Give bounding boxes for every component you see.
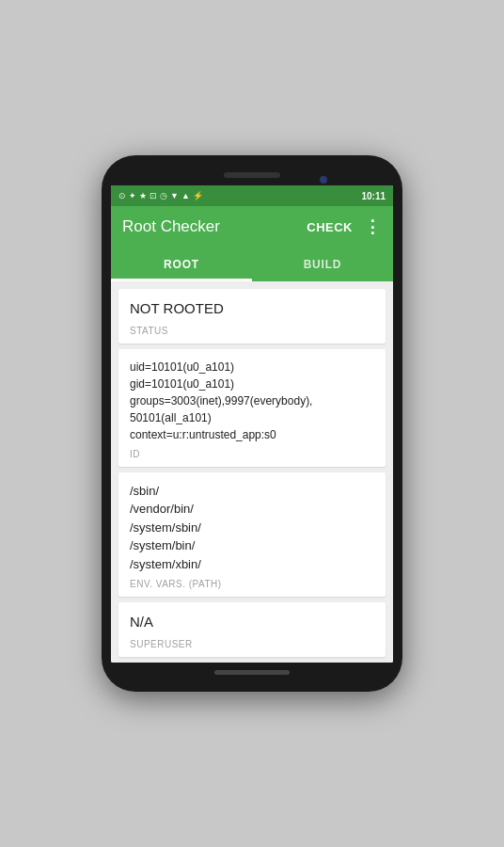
app-bar: Root Checker CHECK ⋮ [111, 206, 393, 248]
id-value: uid=10101(u0_a101) gid=10101(u0_a101) gr… [130, 359, 374, 443]
tab-root[interactable]: ROOT [111, 248, 252, 281]
wifi-icon: ▼ [170, 191, 179, 200]
phone-speaker [224, 172, 280, 178]
location-icon: ⊙ [118, 191, 126, 200]
status-value: NOT ROOTED [130, 298, 374, 320]
phone-camera [320, 176, 327, 184]
alarm-icon: ◷ [160, 191, 167, 200]
star-icon: ★ [139, 191, 147, 200]
phone-frame: ⊙ ✦ ★ ⊡ ◷ ▼ ▲ ⚡ 10:11 Root Checker CHECK… [102, 155, 402, 692]
check-button[interactable]: CHECK [307, 220, 353, 234]
env-vars-card: /sbin/ /vendor/bin/ /system/sbin/ /syste… [118, 472, 386, 598]
status-bar: ⊙ ✦ ★ ⊡ ◷ ▼ ▲ ⚡ 10:11 [111, 185, 393, 206]
tab-build-label: BUILD [304, 258, 342, 271]
env-vars-value: /sbin/ /vendor/bin/ /system/sbin/ /syste… [130, 482, 374, 574]
id-label: ID [130, 449, 374, 459]
home-bar [214, 670, 290, 675]
superuser-label: SUPERUSER [130, 639, 374, 649]
battery-icon: ⚡ [193, 191, 203, 200]
app-bar-actions: CHECK ⋮ [307, 218, 382, 235]
status-label: STATUS [130, 326, 374, 336]
tab-bar: ROOT BUILD [111, 248, 393, 281]
id-card: uid=10101(u0_a101) gid=10101(u0_a101) gr… [118, 349, 386, 467]
bluetooth-icon: ✦ [129, 191, 136, 200]
nfc-icon: ⊡ [150, 191, 157, 200]
status-bar-time: 10:11 [361, 191, 386, 201]
superuser-card: N/A SUPERUSER [118, 602, 386, 657]
tab-root-label: ROOT [164, 258, 199, 271]
tab-build[interactable]: BUILD [252, 248, 393, 281]
app-title: Root Checker [122, 217, 220, 236]
env-vars-label: ENV. VARS. (PATH) [130, 579, 374, 589]
status-card: NOT ROOTED STATUS [118, 289, 386, 344]
signal-icon: ▲ [181, 191, 190, 200]
status-bar-left-icons: ⊙ ✦ ★ ⊡ ◷ ▼ ▲ ⚡ [118, 191, 203, 200]
more-options-icon[interactable]: ⋮ [364, 218, 382, 235]
superuser-value: N/A [130, 612, 374, 633]
content-area: NOT ROOTED STATUS uid=10101(u0_a101) gid… [111, 281, 393, 663]
phone-screen: ⊙ ✦ ★ ⊡ ◷ ▼ ▲ ⚡ 10:11 Root Checker CHECK… [111, 185, 393, 663]
